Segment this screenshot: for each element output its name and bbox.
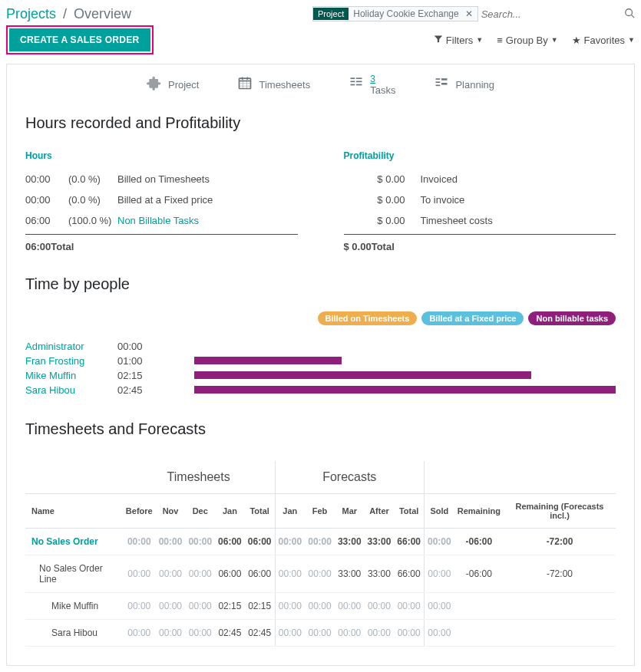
funnel-icon xyxy=(434,35,443,46)
row-name: No Sales Order Line xyxy=(25,555,123,592)
svg-rect-13 xyxy=(356,78,362,80)
breadcrumb-root[interactable]: Projects xyxy=(6,6,56,21)
table-cell: 00:00 xyxy=(305,592,335,619)
table-row: No Sales Order 00:0000:0000:0006:0006:00… xyxy=(25,528,616,555)
stat-tasks-count: 3 xyxy=(370,74,395,84)
groupby-dropdown[interactable]: ≡ Group By ▼ xyxy=(497,35,557,46)
prof-total-label: Total xyxy=(372,241,395,252)
col-mar: Mar xyxy=(335,493,365,528)
col-remaining-fc: Remaining (Forecasts incl.) xyxy=(504,493,616,528)
stat-timesheets[interactable]: Timesheets xyxy=(237,74,310,97)
create-button-highlight: CREATE A SALES ORDER xyxy=(6,25,154,54)
table-cell: 00:00 xyxy=(185,592,215,619)
table-cell: 66:00 xyxy=(394,528,424,555)
filters-dropdown[interactable]: Filters ▼ xyxy=(434,35,483,46)
people-name[interactable]: Fran Frosting xyxy=(25,355,117,367)
stat-project-label: Project xyxy=(168,79,199,91)
table-cell: 00:00 xyxy=(156,592,186,619)
table-cell: 00:00 xyxy=(394,592,424,619)
col-nov: Nov xyxy=(156,493,186,528)
table-cell: 00:00 xyxy=(275,592,305,619)
pill-billed-timesheets[interactable]: Billed on Timesheets xyxy=(318,311,418,325)
tasks-icon xyxy=(349,75,364,94)
svg-rect-20 xyxy=(441,83,448,85)
col-dec: Dec xyxy=(185,493,215,528)
timesheets-forecasts-table: Timesheets Forecasts Name Before Nov Dec… xyxy=(25,461,616,647)
group-header-timesheets: Timesheets xyxy=(123,461,275,494)
people-bar xyxy=(194,371,531,379)
table-cell: 00:00 xyxy=(156,528,186,555)
stat-planning[interactable]: Planning xyxy=(434,74,494,97)
col-total2: Total xyxy=(394,493,424,528)
stat-tasks[interactable]: 3 Tasks xyxy=(349,74,395,97)
svg-rect-12 xyxy=(351,84,355,86)
favorites-label: Favorites xyxy=(584,35,625,46)
table-cell: 00:00 xyxy=(305,555,335,592)
stat-timesheets-label: Timesheets xyxy=(259,79,310,91)
people-name[interactable]: Administrator xyxy=(25,341,117,352)
table-cell xyxy=(504,592,616,619)
list-icon: ≡ xyxy=(497,35,503,46)
groupby-label: Group By xyxy=(506,35,548,46)
close-icon[interactable]: ✕ xyxy=(464,7,477,21)
stat-tasks-label: Tasks xyxy=(370,84,395,97)
svg-rect-17 xyxy=(436,82,441,84)
calendar-icon xyxy=(237,75,253,94)
table-cell: 00:00 xyxy=(156,555,186,592)
col-jan: Jan xyxy=(215,493,245,528)
people-bar xyxy=(194,386,616,394)
table-cell: 33:00 xyxy=(365,555,395,592)
create-sales-order-button[interactable]: CREATE A SALES ORDER xyxy=(9,28,150,51)
search-bar[interactable]: Project Holiday Cookie Exchange ✕ xyxy=(312,6,635,21)
people-row: Mike Muffin 02:15 xyxy=(25,368,616,383)
pill-non-billable[interactable]: Non billable tasks xyxy=(528,311,616,325)
row-name[interactable]: No Sales Order xyxy=(25,528,123,555)
table-row: No Sales Order Line 00:0000:0000:0006:00… xyxy=(25,555,616,592)
hours-total-time: 06:00 xyxy=(25,241,51,252)
timesheets-forecasts-title: Timesheets and Forecasts xyxy=(25,420,616,438)
hours-row-time: 00:00 xyxy=(25,173,68,185)
people-time: 01:00 xyxy=(117,355,164,367)
table-cell: 00:00 xyxy=(123,592,156,619)
table-cell: 00:00 xyxy=(305,528,335,555)
table-cell: -72:00 xyxy=(504,528,616,555)
table-row: Mike Muffin 00:0000:0000:0002:1502:15 00… xyxy=(25,592,616,619)
table-cell: 00:00 xyxy=(425,619,454,646)
people-row: Fran Frosting 01:00 xyxy=(25,354,616,368)
people-name[interactable]: Mike Muffin xyxy=(25,370,117,381)
hours-header: Hours xyxy=(25,150,298,169)
table-cell xyxy=(454,619,504,646)
search-facet-project[interactable]: Project Holiday Cookie Exchange ✕ xyxy=(312,6,478,21)
stat-planning-label: Planning xyxy=(455,79,494,91)
search-input[interactable] xyxy=(478,7,620,21)
table-cell: 00:00 xyxy=(394,619,424,646)
table-cell: 00:00 xyxy=(425,528,454,555)
people-row: Administrator 00:00 xyxy=(25,339,616,354)
table-cell: 00:00 xyxy=(123,619,156,646)
search-facet-value: Holiday Cookie Exchange xyxy=(349,7,463,21)
stat-project[interactable]: Project xyxy=(147,74,199,97)
prof-row-amt: $ 0.00 xyxy=(344,194,421,206)
prof-row-label: To invoice xyxy=(421,194,616,206)
svg-point-0 xyxy=(626,8,633,15)
col-feb: Feb xyxy=(305,493,335,528)
hours-profitability-title: Hours recorded and Profitability xyxy=(25,114,616,132)
people-name[interactable]: Sara Hibou xyxy=(25,384,117,396)
hours-row-pct: (100.0 %) xyxy=(68,215,117,226)
favorites-dropdown[interactable]: ★ Favorites ▼ xyxy=(572,35,635,46)
table-cell: 06:00 xyxy=(215,555,245,592)
table-cell: -06:00 xyxy=(454,528,504,555)
table-cell xyxy=(504,619,616,646)
svg-rect-15 xyxy=(356,84,362,86)
people-row: Sara Hibou 02:45 xyxy=(25,383,616,397)
people-time: 02:45 xyxy=(117,384,164,396)
svg-rect-19 xyxy=(441,79,448,81)
hours-row-label[interactable]: Non Billable Tasks xyxy=(117,215,298,226)
search-icon[interactable] xyxy=(624,8,635,21)
col-remaining: Remaining xyxy=(454,493,504,528)
table-cell: 02:15 xyxy=(245,592,275,619)
table-cell: 00:00 xyxy=(275,619,305,646)
col-name: Name xyxy=(25,493,123,528)
pill-billed-fixed[interactable]: Billed at a Fixed price xyxy=(421,311,524,325)
svg-rect-10 xyxy=(351,78,355,80)
